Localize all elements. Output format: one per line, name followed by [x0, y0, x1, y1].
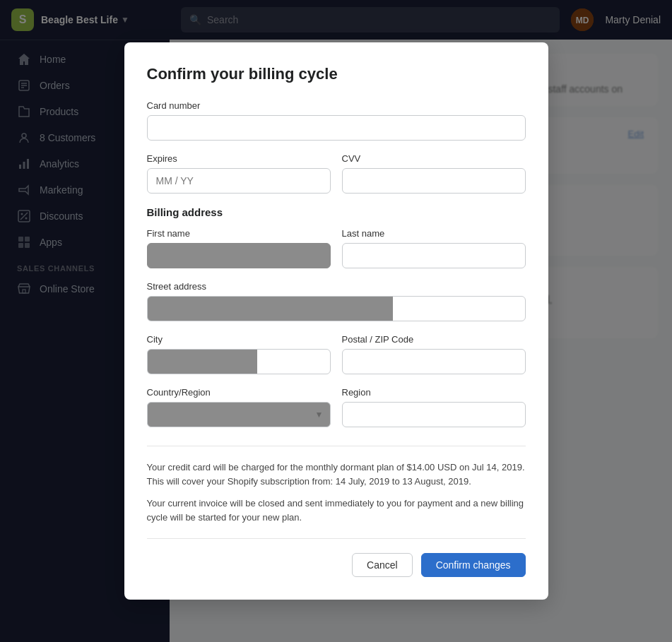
- card-number-group: Card number: [147, 100, 526, 141]
- cvv-group: CVV: [342, 153, 526, 194]
- modal-title: Confirm your billing cycle: [147, 65, 526, 83]
- cancel-button[interactable]: Cancel: [352, 553, 413, 577]
- last-name-label: Last name: [342, 228, 526, 239]
- billing-modal: Confirm your billing cycle Card number E…: [124, 42, 548, 600]
- expires-input[interactable]: [147, 168, 331, 194]
- card-number-label: Card number: [147, 100, 526, 111]
- info-section: Your credit card will be charged for the…: [147, 446, 526, 524]
- info-text-2: Your current invoice will be closed and …: [147, 497, 526, 524]
- postal-label: Postal / ZIP Code: [342, 334, 526, 345]
- cvv-label: CVV: [342, 153, 526, 164]
- country-label: Country/Region: [147, 387, 331, 398]
- country-region-row: Country/Region United States Canada Unit…: [147, 387, 526, 440]
- country-select[interactable]: United States Canada United Kingdom: [147, 402, 331, 427]
- last-name-group: Last name: [342, 228, 526, 268]
- last-name-input[interactable]: [342, 243, 526, 268]
- region-label: Region: [342, 387, 526, 398]
- confirm-changes-button[interactable]: Confirm changes: [421, 553, 526, 577]
- first-name-group: First name: [147, 228, 331, 268]
- info-text-1: Your credit card will be charged for the…: [147, 460, 526, 488]
- country-select-wrapper: United States Canada United Kingdom ▼: [147, 402, 331, 427]
- first-name-input[interactable]: [147, 243, 331, 268]
- expires-group: Expires: [147, 153, 331, 194]
- card-number-input[interactable]: [147, 115, 526, 141]
- city-group: City: [147, 334, 331, 374]
- billing-address-section: Billing address First name Last name Str…: [147, 206, 526, 440]
- first-name-label: First name: [147, 228, 331, 239]
- street-address-group: Street address: [147, 281, 526, 321]
- modal-overlay: Confirm your billing cycle Card number E…: [0, 0, 672, 642]
- street-address-label: Street address: [147, 281, 526, 292]
- city-input[interactable]: [147, 349, 331, 374]
- billing-address-label: Billing address: [147, 206, 526, 218]
- modal-footer: Cancel Confirm changes: [147, 538, 526, 577]
- city-postal-row: City Postal / ZIP Code: [147, 334, 526, 387]
- street-address-input[interactable]: [147, 296, 526, 321]
- postal-input[interactable]: [342, 349, 526, 374]
- cvv-input[interactable]: [342, 168, 526, 194]
- postal-group: Postal / ZIP Code: [342, 334, 526, 374]
- region-group: Region: [342, 387, 526, 427]
- expires-label: Expires: [147, 153, 331, 164]
- city-label: City: [147, 334, 331, 345]
- region-input[interactable]: [342, 402, 526, 427]
- name-row: First name Last name: [147, 228, 526, 281]
- country-group: Country/Region United States Canada Unit…: [147, 387, 331, 427]
- expires-cvv-row: Expires CVV: [147, 153, 526, 206]
